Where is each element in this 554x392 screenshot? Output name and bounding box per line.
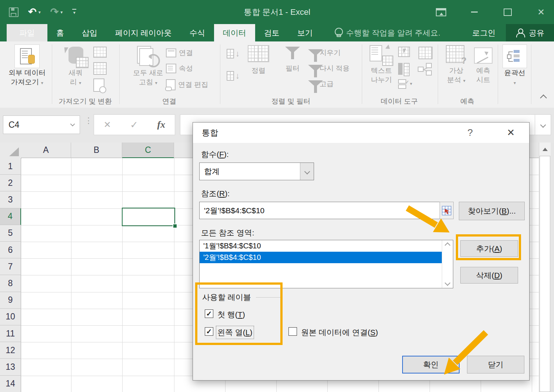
properties-button[interactable]: 속성 <box>166 64 193 73</box>
row-header-8[interactable]: 8 <box>0 275 21 292</box>
dialog-help-button[interactable]: ? <box>460 123 480 143</box>
customize-qat-button[interactable]: ▾ <box>72 9 76 15</box>
save-button[interactable] <box>9 7 19 17</box>
new-query-button[interactable]: 새쿼 리 ▾ <box>59 45 92 88</box>
row-header-4[interactable]: 4 <box>0 208 21 225</box>
collapse-ribbon-button[interactable] <box>541 95 546 102</box>
minimize-button[interactable] <box>468 6 481 19</box>
delete-button[interactable]: 삭제(D) <box>460 267 518 284</box>
tab-formulas[interactable]: 수식 <box>181 24 214 41</box>
forecast-sheet-button[interactable]: 예측시트 <box>471 45 495 84</box>
ok-button[interactable]: 확인 <box>402 356 460 373</box>
row-header-14[interactable]: 14 <box>0 376 21 392</box>
all-references-listbox[interactable]: '1월'!$B$4:$C$10'2월'!$B$4:$C$10 <box>199 240 453 288</box>
reference-input[interactable]: '2월'!$B$4:$C$10 <box>199 202 440 219</box>
reapply-filter-button[interactable]: 다시 적용 <box>307 64 350 73</box>
edit-links-button[interactable]: 연결 편집 <box>166 79 208 90</box>
from-table-button[interactable] <box>93 62 107 75</box>
sort-button[interactable]: 정렬 <box>244 45 273 75</box>
row-header-13[interactable]: 13 <box>0 359 21 375</box>
row-header-6[interactable]: 6 <box>0 242 21 258</box>
advanced-filter-button[interactable]: 고급 <box>307 79 334 89</box>
fill-handle[interactable] <box>173 224 177 228</box>
link-source-checkbox[interactable] <box>288 327 297 336</box>
scroll-up-button[interactable] <box>539 143 551 155</box>
row-header-11[interactable]: 11 <box>0 325 21 342</box>
outline-button[interactable]: 윤곽선▾ <box>501 44 529 88</box>
function-dropdown-button[interactable] <box>300 163 314 180</box>
sign-in-button[interactable]: 로그인 <box>462 24 506 41</box>
tab-insert[interactable]: 삽입 <box>73 24 106 41</box>
row-header-3[interactable]: 3 <box>0 191 21 208</box>
tab-home[interactable]: 홈 <box>47 24 73 41</box>
reference-list-item[interactable]: '2월'!$B$4:$C$10 <box>200 252 442 263</box>
selected-cell-c4[interactable] <box>122 208 175 226</box>
left-column-checkbox[interactable]: ✓ <box>205 327 213 336</box>
ribbon-display-options-button[interactable] <box>435 6 447 19</box>
close-button[interactable]: 닫기 <box>467 356 524 373</box>
sort-ascending-button[interactable]: ↓ <box>227 49 240 58</box>
insert-function-button[interactable]: fx <box>157 119 166 130</box>
confirm-entry-button[interactable]: ✓ <box>130 119 138 131</box>
refresh-all-button[interactable]: 모두 새로 고침 ▾ <box>128 45 168 88</box>
row-header-7[interactable]: 7 <box>0 258 21 275</box>
relationships-button[interactable] <box>418 63 432 76</box>
column-header-a[interactable]: A <box>21 143 71 158</box>
text-to-columns-button[interactable]: 텍스트나누기 <box>367 45 396 84</box>
group-divider <box>220 44 220 104</box>
tab-review[interactable]: 검토 <box>255 24 288 41</box>
sort-descending-button[interactable]: ↓ <box>227 71 240 81</box>
name-box[interactable]: C4 <box>3 115 80 134</box>
top-row-checkbox[interactable]: ✓ <box>205 309 213 318</box>
maximize-button[interactable] <box>501 6 514 19</box>
tab-view[interactable]: 보기 <box>288 24 322 41</box>
row-header-5[interactable]: 5 <box>0 225 21 242</box>
listbox-scroll-down-icon[interactable] <box>445 280 451 286</box>
tab-file[interactable]: 파일 <box>7 24 47 41</box>
from-web-button[interactable] <box>93 47 107 58</box>
share-button[interactable]: 공유 <box>506 24 554 41</box>
dialog-close-button[interactable]: ✕ <box>501 123 521 143</box>
tab-data[interactable]: 데이터 <box>214 24 255 41</box>
vertical-scrollbar[interactable] <box>539 143 551 392</box>
redo-button[interactable]: ↷ ▾ <box>50 7 63 17</box>
connections-button[interactable]: 연결 <box>166 48 193 58</box>
consolidate-button[interactable] <box>418 47 433 59</box>
add-button[interactable]: 추가(A) <box>460 240 518 257</box>
column-header-c[interactable]: C <box>122 143 174 158</box>
get-external-data-button[interactable]: 외부 데이터 가져오기 ▾ <box>7 44 47 88</box>
tab-page-layout[interactable]: 페이지 레이아웃 <box>106 24 181 41</box>
filter-button[interactable]: 필터 <box>278 46 307 73</box>
row-header-1[interactable]: 1 <box>0 158 21 175</box>
tell-me-box[interactable]: 수행할 작업을 알려 주세요. <box>334 24 440 41</box>
column-header-b[interactable]: B <box>71 143 122 158</box>
left-column-label[interactable]: 왼쪽 열(L) <box>217 327 253 338</box>
vertical-scrollbar-thumb[interactable] <box>540 156 550 392</box>
data-validation-button[interactable]: ✓ ▾ <box>398 79 412 88</box>
browse-button[interactable]: 찾아보기(B)... <box>459 202 525 220</box>
listbox-scrollbar[interactable] <box>442 240 453 288</box>
row-header-12[interactable]: 12 <box>0 342 21 359</box>
select-all-corner[interactable] <box>0 143 21 158</box>
row-header-2[interactable]: 2 <box>0 175 21 191</box>
top-row-label[interactable]: 첫 행(T) <box>217 309 245 320</box>
collapse-dialog-button[interactable] <box>440 202 454 219</box>
clear-filter-button[interactable]: 지우기 <box>307 48 341 58</box>
name-box-dropdown-icon[interactable] <box>70 122 75 127</box>
what-if-analysis-button[interactable]: ? 가상 분석 ▾ <box>443 45 470 86</box>
data-validation-icon: ✓ <box>398 79 408 88</box>
remove-duplicates-button[interactable] <box>398 63 410 76</box>
link-source-label[interactable]: 원본 데이터에 연결(S) <box>301 327 378 338</box>
listbox-scroll-up-icon[interactable] <box>445 242 451 248</box>
flash-fill-button[interactable] <box>398 47 410 57</box>
close-window-button[interactable]: ✕ <box>535 6 547 19</box>
formula-bar-resize-handle[interactable]: ⋮ <box>84 119 93 122</box>
expand-formula-bar-button[interactable] <box>535 114 551 135</box>
reference-list-item[interactable]: '1월'!$B$4:$C$10 <box>200 240 442 252</box>
cancel-entry-button[interactable]: ✕ <box>104 120 111 130</box>
row-header-9[interactable]: 9 <box>0 292 21 309</box>
function-dropdown[interactable]: 합계 <box>199 163 314 180</box>
recent-sources-button[interactable] <box>93 78 104 92</box>
undo-button[interactable]: ↶ ▾ <box>28 7 41 17</box>
row-header-10[interactable]: 10 <box>0 309 21 325</box>
